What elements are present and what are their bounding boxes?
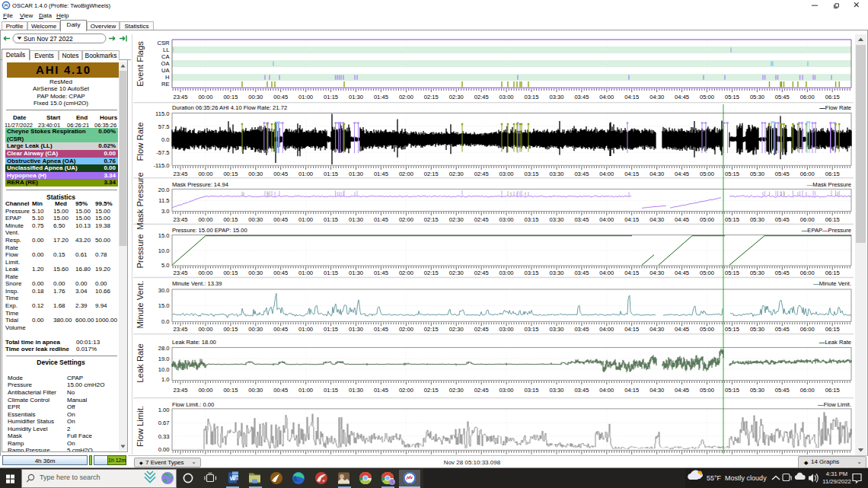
svg-text:03:00: 03:00	[499, 94, 514, 100]
svg-text:23:45: 23:45	[173, 216, 187, 223]
svg-text:H: H	[165, 74, 169, 81]
svg-text:04:00: 04:00	[599, 326, 614, 333]
svg-text:05:30: 05:30	[750, 94, 764, 100]
svg-text:01:30: 01:30	[349, 171, 363, 177]
svg-text:00:00: 00:00	[198, 326, 212, 333]
svg-text:04:45: 04:45	[675, 326, 689, 333]
svg-text:—Mask Pressure: —Mask Pressure	[807, 181, 851, 188]
svg-text:01:00: 01:00	[298, 216, 313, 223]
svg-text:Minute Vent.: 13.39: Minute Vent.: 13.39	[172, 280, 222, 287]
svg-text:02:45: 02:45	[474, 270, 489, 276]
svg-text:03:00: 03:00	[499, 171, 514, 177]
svg-text:01:00: 01:00	[298, 326, 313, 333]
svg-text:02:15: 02:15	[424, 270, 439, 276]
svg-text:03:15: 03:15	[524, 216, 538, 223]
svg-text:02:45: 02:45	[474, 326, 489, 333]
svg-text:02:30: 02:30	[449, 326, 464, 333]
svg-text:05:45: 05:45	[775, 270, 790, 276]
svg-text:20.0: 20.0	[158, 187, 170, 193]
svg-text:03:00: 03:00	[499, 326, 514, 333]
svg-text:00:30: 00:30	[248, 216, 263, 223]
svg-text:Pressure: 15.00 EPAP: 15.00: Pressure: 15.00 EPAP: 15.00	[172, 227, 247, 234]
svg-text:05:30: 05:30	[750, 270, 764, 276]
svg-text:Mask Pressure: 14.94: Mask Pressure: 14.94	[172, 181, 228, 188]
svg-text:00:00: 00:00	[198, 270, 212, 276]
svg-text:—Flow Limit.: —Flow Limit.	[818, 401, 851, 408]
svg-text:03:00: 03:00	[499, 270, 514, 276]
svg-text:01:45: 01:45	[374, 326, 388, 333]
svg-text:03:45: 03:45	[574, 216, 589, 223]
svg-text:RE: RE	[161, 81, 170, 88]
svg-text:05:00: 05:00	[700, 216, 714, 223]
svg-text:00:00: 00:00	[198, 216, 212, 223]
svg-text:23:45: 23:45	[173, 171, 187, 177]
svg-text:—Minute Vent.: —Minute Vent.	[813, 280, 851, 287]
svg-text:10.0: 10.0	[158, 247, 170, 254]
svg-text:Duration 06:35:26 AHI 4.10 Flo: Duration 06:35:26 AHI 4.10 Flow Rate: 21…	[172, 104, 287, 111]
svg-text:02:15: 02:15	[424, 326, 439, 333]
svg-text:05:45: 05:45	[775, 94, 790, 100]
svg-text:CSR: CSR	[157, 40, 170, 46]
svg-text:02:30: 02:30	[449, 216, 464, 223]
svg-text:05:00: 05:00	[700, 171, 714, 177]
svg-text:03:30: 03:30	[549, 94, 563, 100]
svg-text:05:00: 05:00	[700, 270, 714, 276]
svg-text:00:15: 00:15	[223, 216, 238, 223]
svg-text:04:15: 04:15	[624, 387, 639, 394]
svg-text:01:00: 01:00	[298, 270, 313, 276]
svg-text:04:30: 04:30	[649, 216, 664, 223]
svg-text:02:30: 02:30	[449, 171, 464, 177]
svg-text:02:00: 02:00	[399, 216, 413, 223]
svg-text:02:00: 02:00	[399, 94, 413, 100]
svg-text:01:15: 01:15	[324, 270, 338, 276]
svg-text:06:00: 06:00	[800, 216, 815, 223]
svg-text:01:30: 01:30	[349, 94, 363, 100]
svg-text:0.00: 0.00	[158, 446, 170, 453]
svg-text:01:30: 01:30	[349, 216, 363, 223]
svg-text:02:00: 02:00	[399, 326, 413, 333]
svg-text:05:15: 05:15	[725, 270, 739, 276]
svg-text:02:00: 02:00	[399, 171, 413, 177]
svg-text:Flow Rate: Flow Rate	[136, 123, 145, 161]
svg-text:Mask Pressure: Mask Pressure	[136, 172, 145, 229]
svg-text:04:00: 04:00	[599, 171, 614, 177]
svg-text:01:15: 01:15	[324, 216, 338, 223]
svg-text:03:45: 03:45	[574, 326, 589, 333]
svg-text:02:15: 02:15	[424, 216, 439, 223]
svg-text:CA: CA	[161, 53, 170, 60]
svg-text:00:45: 00:45	[273, 270, 288, 276]
svg-text:05:00: 05:00	[700, 326, 714, 333]
svg-text:01:45: 01:45	[374, 216, 388, 223]
svg-text:03:15: 03:15	[524, 94, 538, 100]
svg-text:00:30: 00:30	[248, 171, 263, 177]
svg-text:04:30: 04:30	[649, 171, 664, 177]
svg-text:02:15: 02:15	[424, 94, 439, 100]
svg-text:00:15: 00:15	[223, 387, 238, 394]
svg-text:0.0: 0.0	[161, 136, 170, 143]
svg-text:15.0: 15.0	[158, 232, 170, 239]
svg-text:00:45: 00:45	[273, 171, 288, 177]
svg-text:05:00: 05:00	[700, 94, 714, 100]
svg-text:06:00: 06:00	[800, 270, 815, 276]
svg-text:06:00: 06:00	[800, 387, 815, 394]
svg-text:00:30: 00:30	[248, 387, 263, 394]
svg-text:00:45: 00:45	[273, 216, 288, 223]
svg-text:02:45: 02:45	[474, 171, 489, 177]
svg-text:00:45: 00:45	[273, 94, 288, 100]
svg-text:02:15: 02:15	[424, 171, 439, 177]
svg-text:04:00: 04:00	[599, 94, 614, 100]
svg-text:01:15: 01:15	[324, 387, 338, 394]
svg-text:04:30: 04:30	[649, 387, 664, 394]
svg-text:02:00: 02:00	[399, 387, 413, 394]
svg-text:03:45: 03:45	[574, 94, 589, 100]
svg-text:00:00: 00:00	[198, 94, 212, 100]
svg-text:05:15: 05:15	[725, 94, 739, 100]
svg-text:-57.5: -57.5	[156, 149, 169, 156]
svg-text:OA: OA	[161, 60, 171, 67]
svg-text:00:45: 00:45	[273, 326, 288, 333]
svg-text:03:00: 03:00	[499, 387, 514, 394]
svg-text:02:45: 02:45	[474, 387, 489, 394]
svg-text:00:15: 00:15	[223, 171, 238, 177]
svg-text:Pressure: Pressure	[136, 234, 145, 268]
svg-text:06:00: 06:00	[800, 171, 815, 177]
